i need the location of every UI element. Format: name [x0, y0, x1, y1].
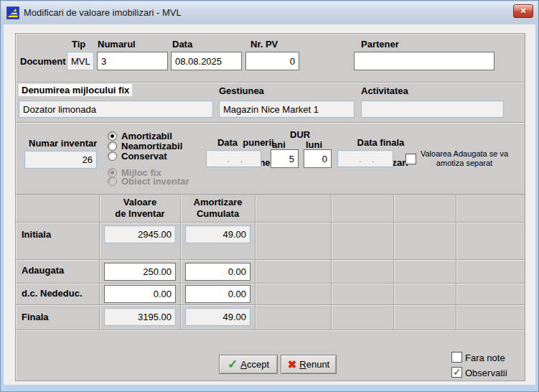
renunt-button-label: Renunt — [299, 359, 329, 370]
numarul-label: Numarul — [98, 39, 136, 50]
table-row-finala: Finala 3195.00 49.00 — [16, 305, 525, 330]
window-title: Modificari de valoare imobilizari - MVL — [24, 7, 182, 18]
luni-field[interactable]: 0 — [304, 149, 332, 168]
empty-cell — [256, 223, 332, 259]
header-empty-cell — [16, 195, 100, 222]
finala-amortizare-field[interactable]: 49.00 — [185, 308, 250, 326]
observatii-label: Observatii — [465, 368, 507, 378]
ani-field[interactable]: 5 — [271, 149, 299, 168]
adaugata-amortizare-field[interactable]: 0.00 — [185, 263, 250, 281]
empty-cell — [332, 260, 394, 283]
finala-valoare-field[interactable]: 3195.00 — [104, 308, 176, 326]
tip-label: Tip — [72, 39, 85, 50]
ani-label: ani — [272, 139, 286, 150]
tip-field[interactable]: MVL — [67, 52, 94, 70]
renunt-button[interactable]: ✖ Renunt — [281, 355, 337, 374]
empty-cell — [256, 260, 332, 283]
document-label: Document — [20, 56, 66, 67]
gestiune-label: Gestiunea — [219, 85, 264, 96]
header-amortizare-line1: Amortizare — [194, 197, 243, 208]
header-empty-cell — [256, 195, 332, 222]
numar-inventar-field[interactable]: 26 — [24, 151, 97, 169]
x-icon: ✖ — [288, 359, 297, 370]
nrpv-field[interactable]: 0 — [245, 52, 299, 70]
initiala-valoare-field[interactable]: 2945.00 — [104, 225, 176, 243]
header-empty-cell — [394, 195, 456, 222]
header-valoare-line1: Valoare — [123, 197, 156, 208]
numarul-field[interactable]: 3 — [97, 52, 168, 70]
dialog-window: Modificari de valoare imobilizari - MVL … — [0, 0, 539, 392]
fara-note-checkbox[interactable] — [451, 352, 462, 363]
row-label: d.c. Nededuc. — [16, 284, 99, 299]
empty-cell — [456, 223, 525, 259]
header-empty-cell — [456, 195, 525, 222]
data-field[interactable]: 08.08.2025 — [171, 52, 242, 70]
empty-cell — [256, 305, 332, 330]
main-panel: Tip Numarul Data Nr. PV Partener Documen… — [15, 33, 525, 381]
accept-button[interactable]: ✓ Accept — [219, 355, 278, 374]
asset-name-label: Denumirea mijlocului fix — [19, 84, 132, 96]
row-label: Finala — [16, 305, 99, 322]
divider — [16, 122, 525, 123]
radio-icon[interactable] — [108, 131, 117, 141]
activitate-field[interactable] — [361, 101, 504, 118]
empty-cell — [332, 284, 394, 304]
empty-cell — [394, 305, 456, 330]
adaugata-valoare-field[interactable]: 250.00 — [104, 263, 176, 281]
close-button[interactable]: ✕ — [513, 4, 533, 18]
partener-field[interactable] — [354, 52, 495, 70]
observatii-checkbox[interactable] — [451, 367, 462, 378]
vat-note-line2: amotiza separat — [436, 159, 492, 167]
empty-cell — [456, 260, 525, 283]
nededuc-valoare-field[interactable]: 0.00 — [104, 285, 176, 303]
header-amortizare-line2: Cumulata — [197, 208, 239, 220]
empty-cell — [394, 284, 456, 304]
radio-label: Amortizabil — [121, 131, 172, 141]
vat-checkbox[interactable] — [406, 154, 416, 164]
radio-icon — [108, 177, 117, 186]
radio-obiect-inventar: Obiect inventar — [108, 177, 189, 186]
dur-label: DUR — [290, 129, 310, 140]
nededuc-amortizare-field[interactable]: 0.00 — [185, 285, 250, 303]
radio-amortizabil[interactable]: Amortizabil — [108, 131, 172, 141]
check-icon: ✓ — [228, 358, 238, 370]
header-valoare: Valoarede Inventar — [100, 195, 181, 222]
empty-cell — [256, 284, 332, 304]
radio-label: Conservat — [121, 151, 167, 161]
radio-conservat[interactable]: Conservat — [108, 151, 167, 161]
data-punerii-field[interactable]: . . — [206, 150, 261, 167]
dialog-content: Tip Numarul Data Nr. PV Partener Documen… — [4, 24, 535, 385]
values-table: Valoarede Inventar AmortizareCumulata In… — [16, 194, 525, 330]
title-bar[interactable]: Modificari de valoare imobilizari - MVL — [1, 1, 538, 24]
app-icon — [6, 6, 19, 19]
fara-note-label: Fara note — [465, 353, 505, 363]
data-label: Data — [172, 39, 192, 50]
row-label: Initiala — [16, 223, 99, 240]
empty-cell — [456, 305, 525, 330]
vat-checkbox-label: Valoarea Adaugata se va amotiza separat — [418, 149, 511, 168]
radio-label: Obiect inventar — [121, 177, 189, 186]
asset-name-field[interactable]: Dozator limonada — [19, 101, 213, 118]
radio-label: Neamortizabil — [121, 141, 182, 151]
numar-inventar-label: Numar inventar — [29, 138, 97, 149]
table-row-adaugata: Adaugata 250.00 0.00 — [16, 260, 525, 284]
radio-neamortizabil[interactable]: Neamortizabil — [108, 141, 182, 151]
initiala-amortizare-field[interactable]: 49.00 — [185, 225, 250, 243]
gestiune-field[interactable]: Magazin Nice Market 1 — [219, 101, 355, 118]
empty-cell — [332, 305, 394, 330]
header-empty-cell — [332, 195, 394, 222]
empty-cell — [332, 223, 394, 259]
data-punerii-line1: Data punerii — [217, 137, 274, 148]
header-amortizare: AmortizareCumulata — [181, 195, 256, 222]
row-label: Adaugata — [16, 260, 99, 276]
empty-cell — [456, 284, 525, 304]
table-header-row: Valoarede Inventar AmortizareCumulata — [16, 195, 525, 223]
luni-label: luni — [306, 139, 322, 150]
vat-note-line1: Valoarea Adaugata se va — [421, 149, 508, 158]
radio-icon[interactable] — [108, 141, 117, 151]
data-finala-field[interactable]: . . — [337, 150, 393, 167]
nrpv-label: Nr. PV — [250, 39, 278, 50]
partener-label: Partener — [361, 39, 399, 50]
radio-icon[interactable] — [108, 151, 117, 161]
accept-button-label: Accept — [240, 359, 269, 370]
